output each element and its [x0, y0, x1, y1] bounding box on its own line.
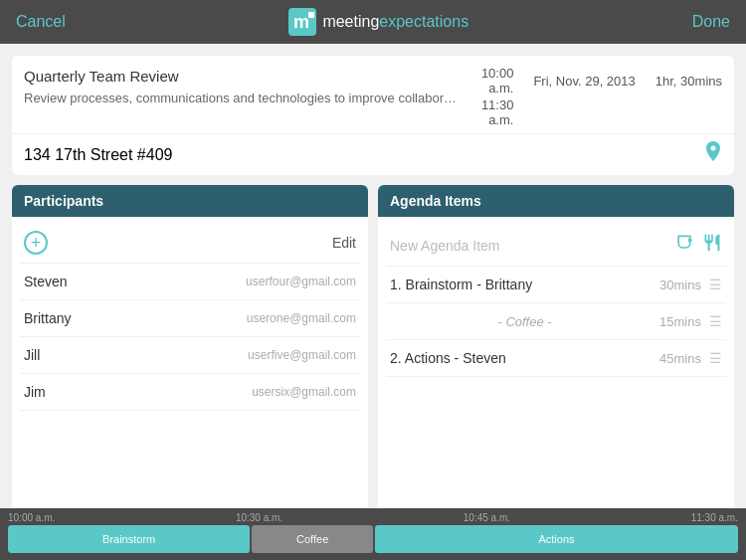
coffee-icon[interactable]	[674, 233, 694, 258]
meeting-time-start: 10:00 a.m.	[473, 66, 513, 95]
agenda-panel-body: New Agenda Item	[378, 217, 734, 523]
app-header: Cancel m meetingexpectations Done	[0, 0, 746, 44]
svg-text:m: m	[293, 12, 309, 32]
agenda-item-2-row: 2. Actions - Steven 45mins ☰	[386, 340, 726, 377]
location-icon	[704, 141, 722, 168]
agenda-panel: Agenda Items New Agenda Item	[378, 185, 734, 523]
timeline-time-3: 11:30 a.m.	[691, 512, 738, 523]
participant-row: Brittany userone@gmail.com	[20, 300, 360, 337]
agenda-item-row: 1. Brainstorm - Brittany 30mins ☰	[386, 267, 726, 303]
participants-panel-title: Participants	[24, 193, 103, 209]
meeting-bottom-row: 134 17th Street #409	[12, 134, 734, 175]
meeting-duration: 1hr, 30mins	[655, 74, 722, 89]
timeline-time-0: 10:00 a.m.	[8, 512, 55, 523]
agenda-item-1-duration: 30mins	[659, 278, 701, 292]
agenda-item-2-handle[interactable]: ☰	[709, 350, 722, 366]
participants-panel: Participants + Edit Steven userfour@gmai…	[12, 185, 368, 523]
agenda-item-1-handle[interactable]: ☰	[709, 277, 722, 292]
new-agenda-item-placeholder[interactable]: New Agenda Item	[390, 238, 674, 254]
agenda-panel-title: Agenda Items	[390, 193, 481, 209]
meeting-top-row: Quarterly Team Review Review processes, …	[12, 56, 734, 134]
agenda-quick-add-icons	[674, 233, 722, 258]
participant-row: Jill userfive@gmail.com	[20, 337, 360, 374]
agenda-break-duration: 15mins	[659, 314, 701, 329]
timeline-segments: Brainstorm Coffee Actions	[8, 525, 738, 553]
participants-panel-body: + Edit Steven userfour@gmail.com Brittan…	[12, 217, 368, 523]
timeline-bar: 10:00 a.m. 10:30 a.m. 10:45 a.m. 11:30 a…	[0, 508, 746, 560]
agenda-item-2-label: 2. Actions - Steven	[390, 350, 659, 366]
agenda-break-label: - Coffee -	[390, 314, 659, 329]
agenda-break-handle[interactable]: ☰	[709, 313, 722, 329]
participant-row: Jim usersix@gmail.com	[20, 374, 360, 411]
svg-rect-2	[308, 12, 314, 18]
timeline-time-1: 10:30 a.m.	[236, 512, 282, 523]
cutlery-icon[interactable]	[702, 233, 722, 258]
meeting-left: Quarterly Team Review Review processes, …	[24, 66, 473, 127]
meeting-info-box: Quarterly Team Review Review processes, …	[12, 56, 734, 175]
timeline-times: 10:00 a.m. 10:30 a.m. 10:45 a.m. 11:30 a…	[0, 508, 746, 523]
add-participant-button[interactable]: +	[24, 231, 48, 255]
location-text: 134 17th Street #409	[24, 146, 704, 164]
main-content: Quarterly Team Review Review processes, …	[0, 44, 746, 535]
new-agenda-item-row: New Agenda Item	[386, 225, 726, 267]
panels-container: Participants + Edit Steven userfour@gmai…	[12, 185, 734, 523]
meeting-description: Review processes, communications and tec…	[24, 91, 462, 105]
timeline-seg-coffee: Coffee	[252, 525, 373, 553]
logo-text: meetingexpectations	[322, 13, 468, 31]
participant-row: Steven userfour@gmail.com	[20, 264, 360, 300]
participants-controls-row: + Edit	[20, 225, 360, 264]
participants-panel-header: Participants	[12, 185, 368, 217]
agenda-item-2-duration: 45mins	[659, 351, 701, 366]
logo: m meetingexpectations	[288, 8, 468, 36]
agenda-item-1-label: 1. Brainstorm - Brittany	[390, 277, 659, 292]
edit-participants-button[interactable]: Edit	[332, 235, 356, 251]
cancel-button[interactable]: Cancel	[16, 13, 66, 31]
agenda-break-row: - Coffee - 15mins ☰	[386, 303, 726, 340]
done-button[interactable]: Done	[692, 13, 730, 31]
logo-icon: m	[288, 8, 316, 36]
agenda-panel-header: Agenda Items	[378, 185, 734, 217]
timeline-seg-brainstorm: Brainstorm	[8, 525, 250, 553]
meeting-date: Fri, Nov. 29, 2013	[533, 74, 635, 89]
timeline-time-2: 10:45 a.m.	[464, 512, 510, 523]
meeting-right: Fri, Nov. 29, 2013 1hr, 30mins 10:00 a.m…	[473, 66, 722, 127]
meeting-title: Quarterly Team Review	[24, 66, 462, 87]
timeline-seg-actions: Actions	[375, 525, 738, 553]
meeting-time-end: 11:30 a.m.	[473, 97, 513, 127]
